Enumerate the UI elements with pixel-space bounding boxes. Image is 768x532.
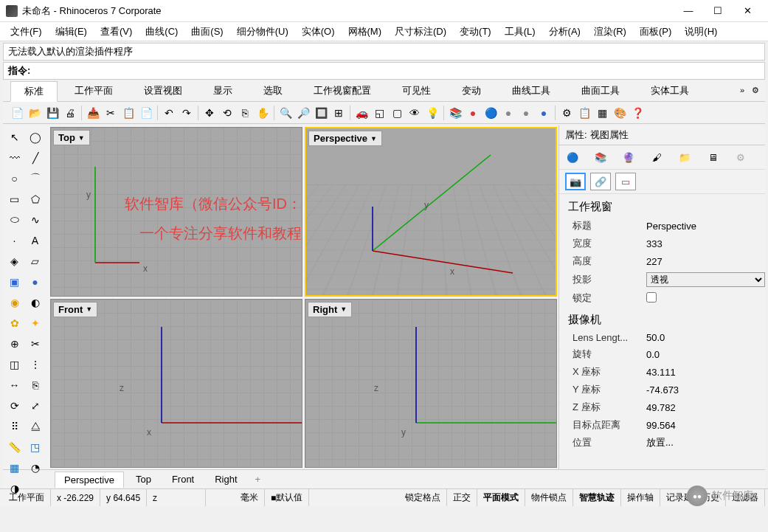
viewport-perspective-label[interactable]: Perspective▼ bbox=[308, 131, 382, 146]
menu-view[interactable]: 查看(V) bbox=[94, 24, 138, 40]
vtab-perspective[interactable]: Perspective bbox=[55, 471, 124, 488]
subd-icon[interactable]: ◐ bbox=[25, 292, 45, 312]
viewport-perspective[interactable]: x y Perspective▼ bbox=[305, 127, 557, 297]
move-icon[interactable]: ✥ bbox=[201, 105, 218, 121]
4view-icon[interactable]: ⊞ bbox=[331, 105, 347, 121]
points-on-icon[interactable]: ⋮ bbox=[25, 354, 45, 374]
tab-surfacetools[interactable]: 曲面工具 bbox=[567, 80, 634, 101]
chevron-down-icon[interactable]: ▼ bbox=[78, 134, 85, 142]
menu-panel[interactable]: 面板(P) bbox=[634, 24, 677, 40]
maximize-button[interactable]: ☐ bbox=[703, 1, 733, 21]
tab-gear-icon[interactable]: ⚙ bbox=[749, 84, 762, 97]
tab-setview[interactable]: 设置视图 bbox=[130, 80, 196, 101]
prop-tgt-value[interactable]: 99.564 bbox=[646, 420, 765, 431]
vtab-top[interactable]: Top bbox=[127, 471, 160, 487]
layers-tab-icon[interactable]: 📚 bbox=[593, 150, 608, 165]
ellipse-icon[interactable]: ⬭ bbox=[4, 210, 24, 229]
polygon-icon[interactable]: ⬠ bbox=[25, 189, 45, 209]
gear-tab-icon[interactable]: ⚙ bbox=[733, 150, 748, 165]
status-ortho[interactable]: 正交 bbox=[447, 489, 477, 506]
zoom-window-icon[interactable]: 🔲 bbox=[313, 105, 329, 121]
viewport-front-label[interactable]: Front▼ bbox=[53, 302, 97, 317]
properties-icon[interactable]: 📋 bbox=[576, 105, 592, 121]
join-icon[interactable]: ⊕ bbox=[4, 334, 24, 353]
point-icon[interactable]: · bbox=[4, 230, 24, 250]
close-button[interactable]: ✕ bbox=[733, 1, 762, 21]
view-subtab-icon[interactable]: ▭ bbox=[615, 173, 636, 190]
camera-subtab-icon[interactable]: 📷 bbox=[565, 173, 586, 190]
mesh-icon[interactable]: ◉ bbox=[4, 292, 24, 312]
object-subtab-icon[interactable]: 🔗 bbox=[590, 173, 611, 190]
dim-icon[interactable]: 📏 bbox=[4, 437, 24, 457]
arc-icon[interactable]: ⌒ bbox=[25, 168, 45, 188]
prop-z-value[interactable]: 49.782 bbox=[646, 402, 765, 413]
open-file-icon[interactable]: 📂 bbox=[27, 105, 43, 121]
menu-file[interactable]: 文件(F) bbox=[4, 24, 48, 40]
layers-icon[interactable]: 📚 bbox=[447, 105, 463, 121]
new-file-icon[interactable]: 📄 bbox=[9, 105, 25, 121]
hide-icon[interactable]: 💡 bbox=[424, 105, 440, 121]
tab-standard[interactable]: 标准 bbox=[10, 81, 58, 102]
properties-tab-icon[interactable]: 🔵 bbox=[565, 150, 580, 165]
trim-icon[interactable]: ✂ bbox=[25, 334, 45, 353]
sphere2-icon[interactable]: ● bbox=[518, 105, 534, 121]
tab-viewport[interactable]: 工作视窗配置 bbox=[300, 80, 385, 101]
lasso-icon[interactable]: ◯ bbox=[25, 127, 45, 147]
curve-icon[interactable]: ∿ bbox=[25, 210, 45, 229]
named-view-icon[interactable]: ▢ bbox=[389, 105, 405, 121]
circle-icon[interactable]: ○ bbox=[4, 168, 24, 188]
prop-rot-value[interactable]: 0.0 bbox=[646, 349, 765, 360]
scale-icon[interactable]: ⤢ bbox=[25, 395, 45, 415]
redo-icon[interactable]: ↷ bbox=[179, 105, 195, 121]
viewport-right-label[interactable]: Right▼ bbox=[308, 302, 352, 317]
cut-icon[interactable]: ✂ bbox=[103, 105, 119, 121]
menu-tools[interactable]: 工具(L) bbox=[499, 24, 542, 40]
gear-tool-icon[interactable]: ✿ bbox=[4, 313, 24, 333]
status-unit[interactable]: 毫米 bbox=[206, 489, 265, 506]
copy2-icon[interactable]: ⎘ bbox=[237, 105, 253, 121]
surface-icon[interactable]: ◈ bbox=[4, 251, 24, 271]
menu-help[interactable]: 说明(H) bbox=[679, 24, 723, 40]
undo-icon[interactable]: ↶ bbox=[161, 105, 177, 121]
status-smarttrack[interactable]: 智慧轨迹 bbox=[573, 489, 621, 506]
save-icon[interactable]: 💾 bbox=[44, 105, 60, 121]
prop-width-value[interactable]: 333 bbox=[646, 238, 765, 249]
menu-solid[interactable]: 实体(O) bbox=[296, 24, 341, 40]
viewport-top-label[interactable]: Top▼ bbox=[53, 130, 90, 145]
print-icon[interactable]: 🖨 bbox=[62, 105, 78, 121]
copy-tool-icon[interactable]: ⎘ bbox=[25, 375, 45, 395]
menu-subd[interactable]: 细分物件(U) bbox=[231, 24, 294, 40]
render-icon[interactable]: 🎨 bbox=[612, 105, 628, 121]
prop-title-value[interactable]: Perspective bbox=[646, 221, 765, 232]
paste-icon[interactable]: 📄 bbox=[138, 105, 154, 121]
zoom-extents-icon[interactable]: 🔎 bbox=[295, 105, 311, 121]
prop-y-value[interactable]: -74.673 bbox=[646, 384, 765, 395]
mirror-icon[interactable]: ⧋ bbox=[25, 416, 45, 436]
status-osnap[interactable]: 物件锁点 bbox=[525, 489, 573, 506]
projection-select[interactable]: 透视 bbox=[646, 272, 765, 287]
lock-checkbox[interactable] bbox=[646, 292, 657, 303]
sphere-tool-icon[interactable]: ● bbox=[25, 272, 45, 291]
menu-surface[interactable]: 曲面(S) bbox=[185, 24, 229, 40]
display-tab-icon[interactable]: 🖥 bbox=[705, 150, 720, 165]
prop-x-value[interactable]: 43.111 bbox=[646, 367, 765, 378]
vtab-right[interactable]: Right bbox=[206, 471, 246, 487]
tab-cplane[interactable]: 工作平面 bbox=[60, 80, 127, 101]
brush-tab-icon[interactable]: 🖌 bbox=[649, 150, 664, 165]
hatch-icon[interactable]: ▦ bbox=[594, 105, 610, 121]
chevron-down-icon[interactable]: ▼ bbox=[340, 305, 347, 313]
text-icon[interactable]: A bbox=[25, 230, 45, 250]
options-icon[interactable]: ⚙ bbox=[558, 105, 575, 121]
tab-solidtools[interactable]: 实体工具 bbox=[637, 80, 703, 101]
sphere3-icon[interactable]: ● bbox=[536, 105, 552, 121]
cplane-icon[interactable]: ◱ bbox=[371, 105, 387, 121]
pointer-icon[interactable]: ↖ bbox=[4, 127, 24, 147]
sphere1-icon[interactable]: ● bbox=[500, 105, 516, 121]
viewport-front[interactable]: x z Front▼ bbox=[50, 299, 302, 469]
tab-transform[interactable]: 变动 bbox=[448, 80, 495, 101]
rotate-icon[interactable]: ⟲ bbox=[219, 105, 235, 121]
library-tab-icon[interactable]: 📁 bbox=[677, 150, 692, 165]
prop-height-value[interactable]: 227 bbox=[646, 256, 765, 267]
car-icon[interactable]: 🚗 bbox=[353, 105, 370, 121]
help-icon[interactable]: ❓ bbox=[629, 105, 646, 121]
